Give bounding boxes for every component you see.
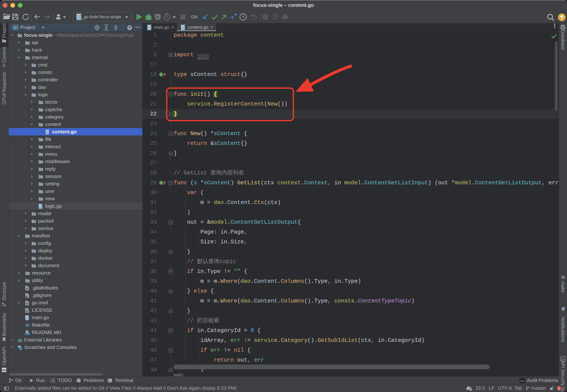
svg-text:/API: /API	[561, 358, 565, 360]
svg-text:M: M	[561, 275, 565, 280]
svg-text:/API: /API	[2, 369, 6, 371]
svg-text:I: I	[161, 73, 162, 76]
svg-text:/API: /API	[520, 380, 524, 382]
svg-text:I: I	[161, 181, 162, 184]
